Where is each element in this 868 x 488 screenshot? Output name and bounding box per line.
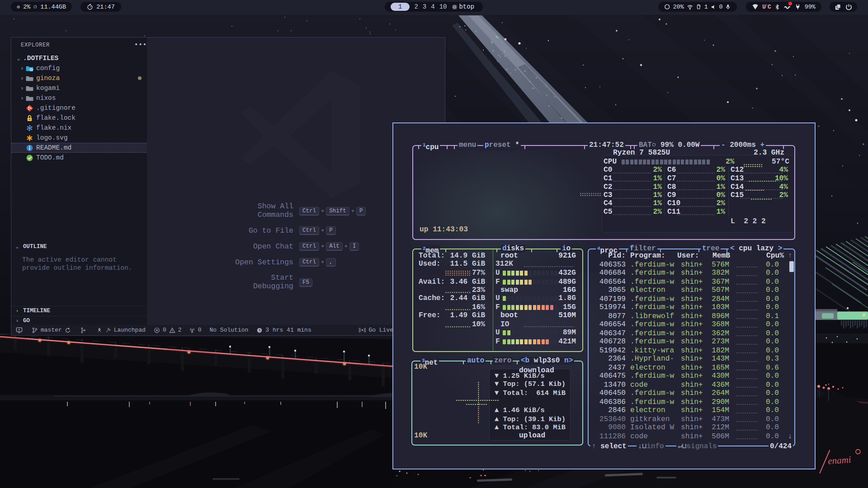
svg-text:×: × (699, 5, 701, 8)
svg-text:enami: enami (827, 454, 851, 467)
